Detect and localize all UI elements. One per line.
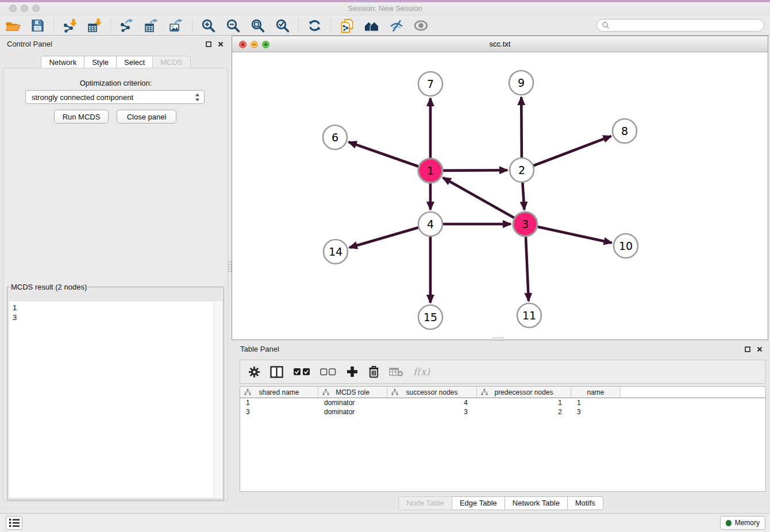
network-canvas[interactable]: 7968124314101511 bbox=[232, 52, 768, 340]
column-header-MCDS-role[interactable]: MCDS role bbox=[318, 387, 387, 398]
table-cell[interactable]: 1 bbox=[240, 399, 318, 407]
main-toolbar bbox=[0, 16, 770, 36]
node-table[interactable]: shared nameMCDS rolesuccessor nodesprede… bbox=[240, 386, 766, 492]
add-column-icon[interactable] bbox=[346, 365, 359, 378]
tab-motifs[interactable]: Motifs bbox=[567, 496, 603, 510]
graph-node-6[interactable]: 6 bbox=[323, 125, 347, 149]
table-row[interactable]: 1dominator411 bbox=[240, 398, 765, 407]
application-window: Session: New Session bbox=[0, 0, 770, 532]
run-mcds-button[interactable]: Run MCDS bbox=[54, 110, 109, 124]
svg-text:7: 7 bbox=[427, 78, 434, 90]
import-network-icon[interactable] bbox=[62, 18, 78, 34]
table-cell[interactable]: 1 bbox=[477, 399, 571, 407]
deselect-all-checkboxes-icon[interactable] bbox=[320, 368, 336, 376]
select-stepper-icon bbox=[195, 93, 200, 103]
memory-button[interactable]: Memory bbox=[720, 516, 765, 530]
graph-edge-3-10[interactable] bbox=[525, 224, 612, 243]
window-title: Session: New Session bbox=[0, 4, 770, 13]
export-table-icon[interactable] bbox=[144, 18, 159, 34]
table-panel-tabs: Node TableEdge TableNetwork TableMotifs bbox=[232, 496, 770, 510]
column-header-shared-name[interactable]: shared name bbox=[240, 387, 318, 398]
graph-node-10[interactable]: 10 bbox=[614, 234, 638, 258]
tab-network-table[interactable]: Network Table bbox=[505, 496, 568, 510]
memory-status-icon bbox=[726, 520, 732, 526]
open-folder-icon[interactable] bbox=[5, 18, 21, 34]
clone-network-icon[interactable] bbox=[339, 18, 355, 34]
close-panel-icon[interactable] bbox=[217, 41, 224, 48]
column-header-predecessor-nodes[interactable]: predecessor nodes bbox=[477, 387, 571, 398]
float-panel-icon[interactable] bbox=[205, 41, 212, 48]
table-cell[interactable]: 4 bbox=[387, 399, 477, 407]
graph-node-9[interactable]: 9 bbox=[509, 71, 533, 95]
save-icon[interactable] bbox=[30, 18, 45, 34]
mcds-result-scrollbar[interactable] bbox=[214, 302, 221, 497]
delete-table-icon[interactable] bbox=[389, 367, 403, 377]
network-frame-titlebar[interactable]: scc.txt bbox=[232, 36, 768, 52]
zoom-selected-icon[interactable] bbox=[275, 18, 290, 34]
select-all-checkboxes-icon[interactable] bbox=[293, 368, 310, 376]
graph-node-3[interactable]: 3 bbox=[513, 212, 537, 236]
hide-details-eye-slash-icon[interactable] bbox=[388, 18, 404, 34]
table-cell[interactable]: 3 bbox=[387, 408, 477, 416]
refresh-icon[interactable] bbox=[307, 18, 322, 34]
search-input[interactable] bbox=[613, 21, 764, 30]
search-field[interactable] bbox=[596, 19, 764, 32]
graph-node-11[interactable]: 11 bbox=[517, 303, 541, 327]
table-toolbar: f(x) bbox=[240, 360, 766, 384]
mcds-result-lines: 13 bbox=[9, 302, 214, 498]
graph-edge-1-6[interactable] bbox=[349, 142, 430, 171]
table-cell[interactable]: 2 bbox=[477, 408, 571, 416]
column-header-name[interactable]: name bbox=[571, 387, 621, 398]
toolbar-separator bbox=[110, 18, 111, 33]
trash-icon[interactable] bbox=[368, 365, 379, 378]
graph-node-15[interactable]: 15 bbox=[418, 305, 442, 329]
graph-node-1[interactable]: 1 bbox=[418, 159, 442, 183]
titlebar-accent-strip bbox=[0, 0, 770, 2]
zoom-out-icon[interactable] bbox=[225, 18, 241, 34]
criterion-selected-value: strongly connected component bbox=[32, 93, 133, 102]
table-cell[interactable]: 3 bbox=[240, 408, 318, 416]
svg-text:11: 11 bbox=[522, 309, 536, 322]
table-body: 1dominator4113dominator323 bbox=[240, 398, 765, 417]
graph-node-2[interactable]: 2 bbox=[510, 158, 534, 182]
table-cell[interactable]: dominator bbox=[318, 399, 387, 407]
split-columns-icon[interactable] bbox=[270, 366, 283, 378]
column-header-successor-nodes[interactable]: successor nodes bbox=[387, 387, 477, 398]
export-network-icon[interactable] bbox=[119, 18, 134, 34]
table-cell[interactable]: 3 bbox=[571, 408, 621, 416]
export-image-icon[interactable] bbox=[168, 18, 184, 34]
zoom-in-icon[interactable] bbox=[201, 18, 216, 34]
control-panel-title: Control Panel bbox=[7, 40, 52, 48]
table-cell[interactable]: 1 bbox=[571, 399, 621, 407]
close-panel-icon[interactable] bbox=[756, 346, 763, 353]
toolbar-separator bbox=[53, 18, 54, 33]
graph-edge-2-8[interactable] bbox=[522, 136, 611, 170]
show-details-eye-icon[interactable] bbox=[413, 18, 429, 34]
table-panel: Table Panel f(x) shared nameMCDS ro bbox=[232, 340, 770, 513]
graph-edge-3-1[interactable] bbox=[443, 178, 525, 224]
network-view-frame: scc.txt 7968124314101511 bbox=[232, 36, 768, 340]
tab-node-table[interactable]: Node Table bbox=[398, 496, 452, 510]
mcds-result-line: 3 bbox=[13, 313, 210, 322]
graph-node-4[interactable]: 4 bbox=[418, 212, 442, 236]
control-panel: Control Panel NetworkStyleSelectMCDS Opt… bbox=[0, 36, 232, 506]
svg-text:10: 10 bbox=[619, 240, 633, 252]
task-history-button[interactable] bbox=[6, 516, 22, 530]
graph-node-8[interactable]: 8 bbox=[613, 119, 637, 143]
table-cell[interactable]: dominator bbox=[318, 408, 387, 416]
graph-node-14[interactable]: 14 bbox=[324, 240, 348, 264]
home-networks-icon[interactable] bbox=[364, 18, 379, 34]
close-panel-button[interactable]: Close panel bbox=[117, 110, 176, 124]
criterion-select[interactable]: strongly connected component bbox=[25, 90, 205, 104]
table-row[interactable]: 3dominator323 bbox=[240, 407, 765, 417]
mcds-result-textarea[interactable]: 13 bbox=[9, 302, 222, 498]
tab-edge-table[interactable]: Edge Table bbox=[452, 496, 505, 510]
float-panel-icon[interactable] bbox=[744, 346, 751, 353]
mcds-result-fieldset: MCDS result (2 nodes) 13 bbox=[7, 283, 224, 500]
zoom-fit-icon[interactable] bbox=[250, 18, 265, 34]
import-table-icon[interactable] bbox=[87, 18, 102, 34]
gear-icon[interactable] bbox=[248, 366, 260, 378]
graph-node-7[interactable]: 7 bbox=[418, 72, 442, 96]
mcds-result-line: 1 bbox=[13, 303, 210, 313]
svg-text:8: 8 bbox=[621, 125, 628, 137]
